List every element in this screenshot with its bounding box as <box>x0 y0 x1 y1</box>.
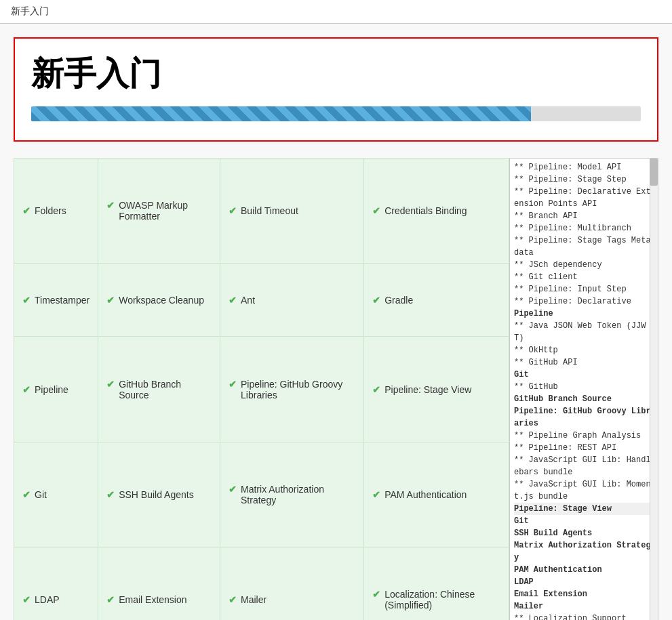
table-cell: ✔PAM Authentication <box>364 442 509 547</box>
log-line: ** Localization Support <box>514 613 654 620</box>
log-line: Git <box>514 369 654 381</box>
plugin-label: Git <box>35 489 47 500</box>
plugin-label: Pipeline <box>35 384 68 395</box>
table-cell: ✔Folders <box>14 159 98 264</box>
table-cell: ✔Gradle <box>364 264 509 337</box>
log-line: ** Pipeline: Stage Tags Metadata <box>514 234 654 259</box>
check-icon: ✔ <box>22 295 31 306</box>
check-icon: ✔ <box>106 594 115 605</box>
log-line: ** JavaScript GUI Lib: Handlebars bundle <box>514 454 654 478</box>
check-icon: ✔ <box>372 489 380 500</box>
table-cell: ✔Build Timeout <box>220 159 364 264</box>
check-icon: ✔ <box>22 384 31 395</box>
log-line: ** OkHttp <box>514 344 654 356</box>
check-icon: ✔ <box>372 295 380 306</box>
plugin-label: OWASP Markup Formatter <box>119 200 212 222</box>
check-icon: ✔ <box>106 200 115 211</box>
plugin-label: Build Timeout <box>241 205 298 216</box>
log-line: ** Pipeline: Declarative <box>514 295 654 308</box>
log-line: ** Pipeline: Multibranch <box>514 222 654 234</box>
log-line: Pipeline <box>514 308 654 320</box>
check-icon: ✔ <box>372 589 380 600</box>
table-cell: ✔Pipeline <box>14 337 98 442</box>
check-icon: ✔ <box>106 379 115 390</box>
log-line: ** Java JSON Web Token (JJWT) <box>514 320 654 344</box>
check-icon: ✔ <box>229 594 237 605</box>
plugin-label: Workspace Cleanup <box>119 295 204 306</box>
table-cell: ✔Email Extension <box>98 547 220 620</box>
scrollbar[interactable] <box>650 159 658 620</box>
table-cell: ✔Localization: Chinese (Simplified) <box>364 547 509 620</box>
sidebar-log[interactable]: ** Pipeline: Model API** Pipeline: Stage… <box>509 158 658 620</box>
check-icon: ✔ <box>106 295 115 306</box>
plugin-label: Timestamper <box>35 295 90 306</box>
table-cell: ✔Ant <box>220 264 364 337</box>
plugins-area: ✔Folders✔OWASP Markup Formatter✔Build Ti… <box>14 158 658 620</box>
log-line: Matrix Authorization Strategy <box>514 539 654 564</box>
table-cell: ✔SSH Build Agents <box>98 442 220 547</box>
table-cell: ✔Pipeline: Stage View <box>364 337 509 442</box>
log-line: ** Git client <box>514 271 654 283</box>
table-cell: ✔GitHub Branch Source <box>98 337 220 442</box>
log-line: SSH Build Agents <box>514 527 654 539</box>
plugin-label: Email Extension <box>119 594 186 605</box>
plugin-label: PAM Authentication <box>384 489 467 500</box>
table-cell: ✔Credentials Binding <box>364 159 509 264</box>
hero-title: 新手入门 <box>31 52 641 96</box>
table-cell: ✔Pipeline: GitHub Groovy Libraries <box>220 337 364 442</box>
log-line: Mailer <box>514 600 654 613</box>
table-cell: ✔Matrix Authorization Strategy <box>220 442 364 547</box>
log-line: ** Pipeline: Declarative Extension Point… <box>514 186 654 210</box>
table-cell: ✔Workspace Cleanup <box>98 264 220 337</box>
plugins-table: ✔Folders✔OWASP Markup Formatter✔Build Ti… <box>14 158 509 620</box>
progress-bar-container <box>31 106 641 121</box>
plugin-label: SSH Build Agents <box>119 489 194 500</box>
top-bar: 新手入门 <box>0 0 672 24</box>
log-line: ** GitHub <box>514 381 654 393</box>
plugin-label: Folders <box>35 205 66 216</box>
log-line: ** JSch dependency <box>514 259 654 271</box>
log-line: Git <box>514 515 654 527</box>
log-line: ** Pipeline: Input Step <box>514 283 654 295</box>
plugin-label: LDAP <box>35 594 60 605</box>
plugin-label: Credentials Binding <box>384 205 467 216</box>
log-line: Pipeline: Stage View <box>514 503 654 515</box>
plugin-label: Gradle <box>384 295 413 306</box>
table-cell: ✔LDAP <box>14 547 98 620</box>
log-line: ** Pipeline: Stage Step <box>514 173 654 186</box>
check-icon: ✔ <box>22 489 31 500</box>
check-icon: ✔ <box>372 384 380 395</box>
table-cell: ✔Mailer <box>220 547 364 620</box>
table-cell: ✔Timestamper <box>14 264 98 337</box>
log-line: Pipeline: GitHub Groovy Libraries <box>514 405 654 430</box>
log-line: LDAP <box>514 576 654 588</box>
plugin-label: Ant <box>241 295 255 306</box>
plugin-label: Pipeline: Stage View <box>384 384 471 395</box>
scrollbar-thumb[interactable] <box>650 159 658 186</box>
log-line: ** Branch API <box>514 210 654 222</box>
plugin-label: Localization: Chinese (Simplified) <box>384 589 500 611</box>
plugin-label: Pipeline: GitHub Groovy Libraries <box>241 379 355 400</box>
page-title: 新手入门 <box>11 5 49 16</box>
main-content: 新手入门 ✔Folders✔OWASP Markup Formatter✔Bui… <box>0 24 672 620</box>
log-line: PAM Authentication <box>514 564 654 576</box>
log-line: ** Pipeline: REST API <box>514 442 654 454</box>
check-icon: ✔ <box>229 205 237 216</box>
check-icon: ✔ <box>229 295 237 306</box>
plugin-label: GitHub Branch Source <box>119 379 212 400</box>
log-line: GitHub Branch Source <box>514 393 654 405</box>
table-cell: ✔Git <box>14 442 98 547</box>
log-line: ** JavaScript GUI Lib: Moment.js bundle <box>514 478 654 503</box>
log-line: Email Extension <box>514 588 654 600</box>
table-cell: ✔OWASP Markup Formatter <box>98 159 220 264</box>
hero-box: 新手入门 <box>14 37 658 142</box>
check-icon: ✔ <box>229 379 237 390</box>
plugin-label: Matrix Authorization Strategy <box>241 484 355 505</box>
log-line: ** Pipeline: Model API <box>514 161 654 173</box>
check-icon: ✔ <box>22 594 31 605</box>
check-icon: ✔ <box>106 489 115 500</box>
plugin-label: Mailer <box>241 594 266 605</box>
progress-bar-fill <box>31 106 531 121</box>
check-icon: ✔ <box>22 205 31 216</box>
check-icon: ✔ <box>372 205 380 216</box>
